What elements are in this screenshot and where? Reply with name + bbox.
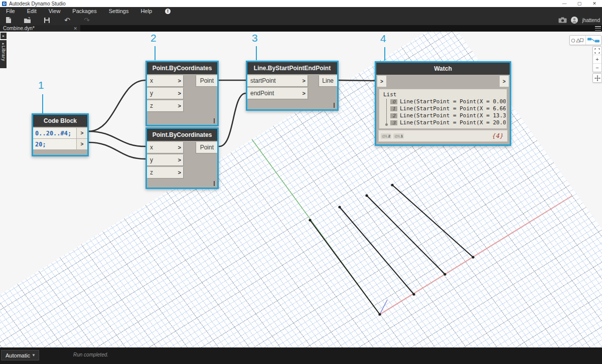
zoom-controls: + −: [592, 46, 602, 72]
menubar: File Edit View Packages Settings Help !: [0, 7, 602, 15]
port-arrow-icon: >: [303, 90, 308, 96]
watch-row-0: 0 Line(StartPoint = Point(X = 0.000: [390, 98, 506, 105]
zoom-in-button[interactable]: +: [593, 55, 601, 63]
run-mode-dropdown[interactable]: Automatic ▼: [1, 350, 39, 360]
maximize-button[interactable]: ▢: [572, 0, 587, 7]
library-tab[interactable]: ▸ Library: [0, 40, 7, 68]
undo-button[interactable]: ↶: [63, 16, 72, 24]
run-status-text: Run completed.: [73, 352, 108, 357]
tab-overflow-menu-icon[interactable]: [595, 26, 601, 31]
node-code-block[interactable]: Code Block 0..20..#4; > 20; >: [32, 113, 89, 156]
step-label-4: 4: [380, 33, 386, 45]
port-arrow-icon: >: [178, 90, 183, 96]
code-block-output-port-1[interactable]: >: [77, 128, 87, 138]
geometry-shapes-icon: [571, 37, 584, 43]
library-arrow-icon: ▸: [3, 42, 5, 46]
lacing-indicator[interactable]: [214, 181, 215, 186]
dynamo-logo: D: [2, 2, 7, 6]
point1-output-point[interactable]: Point: [196, 75, 217, 86]
zoom-out-button[interactable]: −: [593, 63, 601, 72]
save-button[interactable]: [42, 16, 51, 24]
redo-button[interactable]: ↷: [82, 16, 91, 24]
node-watch-header[interactable]: Watch: [376, 63, 510, 75]
library-expand-icon[interactable]: ▸: [1, 33, 7, 39]
lacing-indicator[interactable]: [334, 103, 335, 108]
node-line-header[interactable]: Line.ByStartPointEndPoint: [247, 62, 337, 74]
code-block-output-port-2[interactable]: >: [77, 139, 87, 149]
dynamo-studio-window: ▸ ▸ Library 1 2 3 4 Code Block 0..20..#4…: [0, 0, 602, 364]
list-index-badge: 0: [390, 99, 397, 104]
point2-output-point[interactable]: Point: [196, 142, 217, 153]
point2-input-y[interactable]: y >: [147, 154, 183, 165]
lacing-level-badge[interactable]: @L1: [393, 133, 404, 139]
list-index-badge: 2: [390, 113, 397, 118]
step-label-4-line: [384, 47, 385, 61]
library-tab-label: Library: [1, 46, 6, 61]
node-point1-header[interactable]: Point.ByCoordinates: [147, 62, 217, 74]
tab-combine-dyn[interactable]: Combine.dyn* ✕: [0, 25, 80, 32]
minimize-button[interactable]: —: [557, 0, 572, 7]
node-point-by-coordinates-1[interactable]: Point.ByCoordinates x > y > z > Point: [145, 61, 219, 126]
port-arrow-icon: >: [178, 78, 183, 84]
open-file-button[interactable]: [23, 16, 32, 24]
screenshot-camera-icon[interactable]: [558, 17, 567, 23]
redo-icon: ↷: [84, 16, 90, 24]
window-title: Autodesk Dynamo Studio: [9, 1, 66, 7]
lacing-level-badge[interactable]: @L2: [381, 133, 391, 139]
code-line-1[interactable]: 0..20..#4;: [33, 128, 76, 138]
menu-view[interactable]: View: [43, 7, 67, 15]
watch-input-port[interactable]: >: [377, 76, 386, 87]
step-label-1-line: [42, 94, 43, 113]
graph-view-button[interactable]: [585, 36, 601, 45]
step-label-3-line: [256, 46, 257, 60]
node-code-block-header[interactable]: Code Block: [33, 115, 87, 127]
new-document-icon: [6, 17, 12, 24]
menu-help[interactable]: Help: [134, 7, 158, 15]
node-point-by-coordinates-2[interactable]: Point.ByCoordinates x > y > z > Point: [145, 127, 219, 189]
watch-output-port[interactable]: >: [500, 76, 509, 87]
watch-list-header: List: [383, 91, 397, 98]
code-line-2[interactable]: 20;: [33, 139, 76, 149]
geometry-view-button[interactable]: [570, 36, 585, 45]
point2-input-x[interactable]: x >: [147, 142, 183, 153]
save-disk-icon: [44, 17, 50, 24]
toolbar: ↶ ↷ jhattend: [0, 15, 602, 25]
list-count: {4}: [492, 132, 503, 139]
tab-close-icon[interactable]: ✕: [73, 26, 80, 31]
tabbar: Combine.dyn* ✕: [0, 25, 602, 32]
port-arrow-icon: >: [303, 78, 308, 84]
close-button[interactable]: ✕: [587, 0, 602, 7]
line-output-line[interactable]: Line: [319, 75, 337, 86]
menu-packages[interactable]: Packages: [66, 7, 102, 15]
watch-list-bracket: [386, 99, 387, 125]
undo-icon: ↶: [64, 16, 70, 24]
zoom-fit-button[interactable]: [593, 47, 601, 55]
node-watch[interactable]: Watch > > List 0 Line(StartPoint = Point…: [375, 61, 511, 146]
node-line-by-start-end[interactable]: Line.ByStartPointEndPoint startPoint > e…: [246, 61, 339, 111]
menu-settings[interactable]: Settings: [103, 7, 135, 15]
line-input-startpoint[interactable]: startPoint >: [247, 75, 308, 86]
graph-nodes-icon: [587, 37, 600, 43]
lacing-indicator[interactable]: [214, 118, 215, 123]
watch-row-1: 1 Line(StartPoint = Point(X = 6.667: [390, 105, 506, 112]
step-label-2: 2: [150, 32, 157, 44]
node-point2-header[interactable]: Point.ByCoordinates: [147, 129, 217, 141]
point1-input-x[interactable]: x >: [147, 75, 183, 86]
pan-button[interactable]: [592, 73, 602, 83]
point2-input-z[interactable]: z >: [147, 167, 183, 178]
notifications-icon[interactable]: !: [165, 9, 171, 14]
watch-row-2: 2 Line(StartPoint = Point(X = 13.33: [390, 112, 506, 119]
open-folder-icon: [24, 17, 31, 24]
point1-input-y[interactable]: y >: [147, 88, 183, 99]
menu-edit[interactable]: Edit: [21, 7, 43, 15]
list-index-badge: 1: [390, 106, 397, 111]
menu-file[interactable]: File: [0, 7, 21, 15]
watch-list-panel[interactable]: List 0 Line(StartPoint = Point(X = 0.000…: [379, 89, 507, 129]
username-label[interactable]: jhattend: [582, 18, 600, 23]
point1-input-z[interactable]: z >: [147, 100, 183, 111]
list-index-badge: 3: [390, 120, 397, 125]
new-file-button[interactable]: [4, 16, 13, 24]
line-input-endpoint[interactable]: endPoint >: [247, 88, 308, 99]
tab-label: Combine.dyn*: [0, 26, 73, 31]
user-avatar[interactable]: [571, 17, 578, 24]
